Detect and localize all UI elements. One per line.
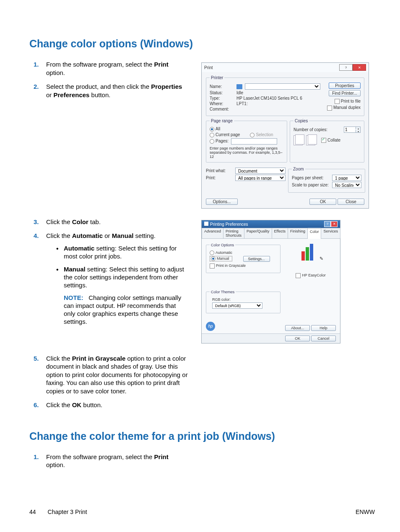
- options-button[interactable]: Options...: [206, 199, 238, 205]
- pages-radio[interactable]: Pages:: [210, 139, 229, 144]
- comment-label: Comment:: [210, 107, 234, 111]
- tab-paper-quality[interactable]: Paper/Quality: [244, 228, 272, 238]
- section-title-1: Change color options (Windows): [29, 38, 375, 50]
- name-label: Name:: [210, 84, 234, 89]
- tab-effects[interactable]: Effects: [272, 228, 288, 238]
- step-6: Click the OK button.: [34, 401, 189, 409]
- about-button[interactable]: About...: [285, 325, 310, 331]
- manual-duplex-checkbox[interactable]: Manual duplex: [327, 105, 361, 110]
- easycolor-checkbox[interactable]: HP EasyColor: [296, 273, 325, 277]
- print-what-select[interactable]: Document: [235, 168, 286, 174]
- chapter-label: Chapter 3 Print: [48, 509, 87, 515]
- pref-title: Printing Preferences: [210, 222, 248, 227]
- pps-label: Pages per sheet:: [292, 176, 330, 180]
- printer-legend: Printer: [210, 75, 224, 80]
- collate-icon: [294, 135, 303, 145]
- tab-color[interactable]: Color: [307, 228, 322, 239]
- collate-checkbox[interactable]: Collate: [321, 138, 340, 143]
- print-what-label: Print what:: [206, 168, 233, 173]
- printer-icon: [236, 84, 242, 89]
- where-value: LPT1:: [236, 101, 248, 106]
- grayscale-checkbox[interactable]: Print in Grayscale: [210, 263, 246, 269]
- current-page-radio[interactable]: Current page: [210, 132, 240, 137]
- ok-button[interactable]: OK: [285, 336, 310, 341]
- step-4: Click the Automatic or Manual setting. A…: [34, 232, 189, 325]
- page-footer: 44Chapter 3 Print ENWW: [29, 509, 375, 515]
- close-button[interactable]: Close: [338, 199, 364, 205]
- selection-radio: Selection: [250, 132, 273, 137]
- enww-label: ENWW: [356, 509, 375, 515]
- settings-button[interactable]: Settings...: [243, 256, 270, 262]
- close-icon[interactable]: ✕: [353, 64, 366, 71]
- scale-select[interactable]: No Scaling: [332, 182, 361, 188]
- tabs: Advanced Printing Shortcuts Paper/Qualit…: [202, 228, 340, 239]
- ok-button[interactable]: OK: [309, 199, 336, 205]
- collate-icon: [306, 135, 315, 145]
- pps-select[interactable]: 1 page: [332, 175, 361, 181]
- status-label: Status:: [210, 90, 234, 95]
- print-dialog: Print ? ✕ Printer Name:: [201, 62, 369, 209]
- step-1: From the software program, select the Pr…: [34, 60, 189, 77]
- print-label: Print:: [206, 176, 233, 180]
- help-icon[interactable]: ?: [324, 221, 331, 227]
- cancel-button[interactable]: Cancel: [311, 336, 336, 341]
- print-to-file-checkbox[interactable]: Print to file: [335, 99, 361, 104]
- print-range-select[interactable]: All pages in range: [235, 175, 286, 181]
- preferences-dialog: Printing Preferences ?✕ Advanced Printin…: [201, 220, 340, 343]
- help-icon[interactable]: ?: [339, 64, 353, 71]
- rgb-label: RGB color:: [212, 297, 231, 302]
- tab-services[interactable]: Services: [321, 228, 340, 238]
- page-number: 44: [29, 509, 36, 515]
- color-preview-icon: ✎: [301, 243, 321, 261]
- printer-mini-icon: [204, 222, 208, 226]
- bullet-automatic: Automatic setting: Select this setting f…: [56, 244, 189, 260]
- type-value: HP LaserJet CM1410 Series PCL 6: [236, 96, 302, 101]
- color-themes-legend: Color Themes: [210, 290, 236, 294]
- close-icon[interactable]: ✕: [331, 221, 338, 227]
- status-value: Idle: [236, 90, 243, 95]
- tab-printing-shortcuts[interactable]: Printing Shortcuts: [223, 228, 244, 238]
- zoom-legend: Zoom: [292, 167, 305, 171]
- automatic-radio[interactable]: Automatic: [210, 251, 232, 255]
- color-options-legend: Color Options: [210, 243, 235, 247]
- help-button[interactable]: Help: [311, 325, 336, 331]
- copies-legend: Copies: [294, 119, 309, 123]
- tab-advanced[interactable]: Advanced: [202, 228, 223, 238]
- hp-logo-icon: hp: [206, 322, 215, 331]
- all-radio[interactable]: All: [210, 127, 220, 132]
- printer-name-select[interactable]: [245, 83, 320, 90]
- type-label: Type:: [210, 96, 234, 101]
- scale-label: Scale to paper size:: [292, 183, 330, 187]
- bullet-manual: Manual setting: Select this setting to a…: [56, 265, 189, 325]
- step-5: Click the Print in Grayscale option to p…: [34, 354, 189, 395]
- where-label: Where:: [210, 101, 234, 106]
- tab-finishing[interactable]: Finishing: [288, 228, 308, 238]
- section-title-2: Change the color theme for a print job (…: [29, 430, 375, 442]
- pages-input[interactable]: [231, 138, 277, 145]
- rgb-select[interactable]: Default (sRGB): [212, 302, 262, 309]
- manual-radio[interactable]: Manual: [210, 256, 232, 261]
- page-range-legend: Page range: [210, 119, 234, 123]
- find-printer-button[interactable]: Find Printer...: [329, 90, 361, 96]
- note: NOTE: Changing color settings manually c…: [64, 294, 189, 326]
- section2-step-1: From the software program, select the Pr…: [34, 453, 189, 469]
- properties-button[interactable]: Properties: [329, 83, 361, 89]
- pages-hint: Enter page numbers and/or page ranges se…: [210, 146, 283, 159]
- dialog-title: Print: [204, 65, 213, 70]
- num-copies-label: Number of copies:: [294, 127, 341, 132]
- step-2: Select the product, and then click the P…: [34, 83, 189, 99]
- step-3: Click the Color tab.: [34, 218, 189, 226]
